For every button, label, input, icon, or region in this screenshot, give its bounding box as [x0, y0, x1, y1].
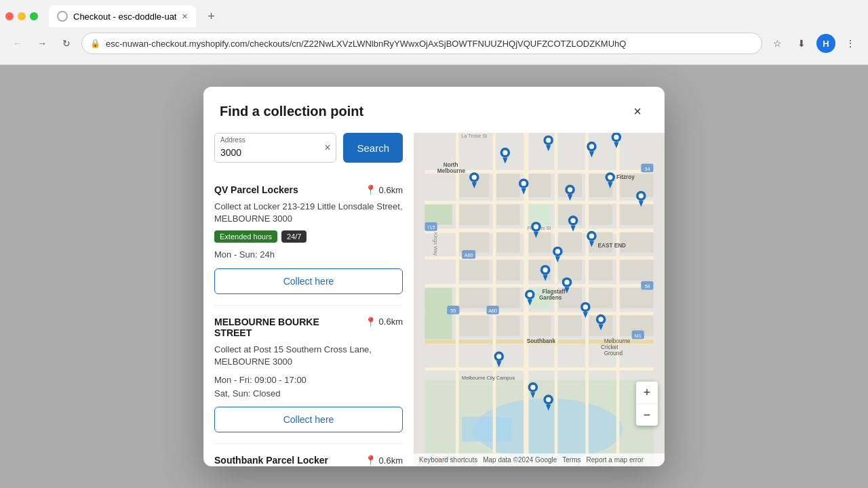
map-zoom-controls: + −	[636, 382, 658, 426]
svg-point-76	[521, 181, 526, 186]
svg-text:Melbourne: Melbourne	[437, 168, 466, 174]
report-link[interactable]: Report a map error	[587, 456, 644, 464]
pin-icon: 📍	[365, 184, 376, 195]
svg-rect-13	[493, 133, 496, 466]
modal-title: Find a collection point	[220, 104, 363, 119]
svg-rect-21	[459, 260, 489, 281]
svg-rect-16	[585, 133, 589, 466]
svg-text:Flagstaff: Flagstaff	[542, 289, 566, 295]
location-name: Southbank Parcel Locker	[214, 455, 328, 466]
map-footer: Keyboard shortcuts Map data ©2024 Google…	[414, 453, 665, 466]
collect-here-button[interactable]: Collect here	[214, 407, 403, 432]
location-name: MELBOURNE BOURKE STREET	[214, 317, 350, 338]
profile-button[interactable]: H	[816, 34, 835, 53]
url-text: esc-nuwan-checkout.myshopify.com/checkou…	[106, 39, 626, 49]
clear-address-button[interactable]: ×	[324, 142, 330, 154]
more-options-button[interactable]: ⋮	[841, 34, 860, 53]
browser-chrome: Checkout - esc-doddle-uat ✕ + ← → ↻ 🔒 es…	[0, 0, 868, 65]
modal-body: Address 3000 × Search QV Parcel Lockers …	[203, 133, 665, 466]
svg-rect-30	[529, 174, 551, 197]
address-label: Address	[220, 136, 245, 144]
svg-point-103	[564, 280, 569, 285]
list-item: Southbank Parcel Locker 📍 0.6km Collect …	[214, 444, 403, 466]
svg-point-67	[589, 144, 594, 148]
location-list: QV Parcel Lockers 📍 0.6km Collect at Loc…	[203, 174, 414, 466]
lock-icon: 🔒	[90, 39, 100, 48]
location-hours: Mon - Fri: 09:00 - 17:00Sat, Sun: Closed	[214, 373, 403, 400]
svg-text:Melbourne City Campus: Melbourne City Campus	[462, 375, 515, 381]
address-input-wrap[interactable]: Address 3000 ×	[214, 133, 336, 163]
svg-rect-43	[589, 205, 613, 225]
svg-rect-46	[589, 288, 613, 308]
svg-point-121	[546, 397, 551, 402]
svg-point-79	[568, 187, 572, 192]
svg-rect-31	[529, 205, 551, 225]
svg-text:M1: M1	[635, 333, 642, 339]
svg-point-82	[608, 175, 612, 180]
new-tab-button[interactable]: +	[201, 7, 220, 26]
maximize-window-button[interactable]	[30, 12, 38, 20]
svg-point-94	[589, 234, 594, 239]
pin-icon: 📍	[365, 317, 376, 327]
svg-rect-19	[459, 205, 489, 225]
svg-rect-25	[496, 205, 520, 225]
left-panel: Address 3000 × Search QV Parcel Lockers …	[203, 133, 414, 466]
svg-text:Kings Way: Kings Way	[433, 232, 439, 256]
location-distance: 📍 0.6km	[365, 455, 403, 466]
svg-rect-24	[496, 174, 520, 197]
location-address: Collect at Post 15 Southern Cross Lane, …	[214, 344, 403, 368]
svg-text:La Trobe St: La Trobe St	[462, 133, 488, 139]
svg-point-88	[534, 224, 538, 229]
bookmark-button[interactable]: ☆	[768, 34, 787, 53]
svg-rect-39	[558, 260, 582, 281]
extended-hours-badge: Extended hours	[214, 230, 277, 243]
collect-here-button[interactable]: Collect here	[214, 268, 403, 294]
location-distance: 📍 0.6km	[365, 317, 403, 327]
address-bar[interactable]: 🔒 esc-nuwan-checkout.myshopify.com/check…	[81, 33, 762, 54]
tab-favicon	[57, 11, 68, 22]
svg-rect-41	[558, 316, 582, 336]
modal-header: Find a collection point ×	[203, 87, 665, 133]
zoom-in-button[interactable]: +	[636, 382, 658, 403]
modal-close-button[interactable]: ×	[627, 100, 648, 122]
svg-point-64	[546, 138, 551, 142]
svg-rect-17	[616, 133, 620, 466]
pin-icon: 📍	[365, 455, 376, 466]
search-button[interactable]: Search	[343, 133, 403, 163]
svg-point-73	[472, 175, 477, 180]
zoom-out-button[interactable]: −	[636, 404, 658, 426]
active-tab[interactable]: Checkout - esc-doddle-uat ✕	[49, 5, 196, 27]
keyboard-shortcuts-link[interactable]: Keyboard shortcuts	[419, 456, 477, 464]
svg-rect-12	[456, 133, 459, 466]
svg-text:Cricket: Cricket	[601, 344, 618, 350]
map-data-text: Map data ©2024 Google	[483, 456, 557, 464]
tab-title: Checkout - esc-doddle-uat	[73, 12, 176, 22]
address-input[interactable]: 3000	[220, 147, 324, 158]
svg-rect-28	[496, 288, 520, 308]
svg-rect-45	[589, 260, 613, 281]
svg-text:A60: A60	[488, 308, 497, 314]
minimize-window-button[interactable]	[18, 12, 26, 20]
svg-text:715: 715	[427, 224, 435, 230]
back-button[interactable]: ←	[8, 34, 27, 53]
close-window-button[interactable]	[5, 12, 14, 20]
list-item: MELBOURNE BOURKE STREET 📍 0.6km Collect …	[214, 306, 403, 444]
svg-text:A60: A60	[465, 252, 473, 258]
svg-point-61	[502, 150, 507, 155]
distance-text: 0.6km	[379, 455, 403, 466]
svg-point-100	[542, 268, 547, 272]
svg-rect-35	[529, 316, 551, 336]
map-container[interactable]: Flinders St Kings Way La Trobe St	[414, 133, 665, 466]
svg-text:EAST END: EAST END	[598, 243, 626, 249]
forward-button[interactable]: →	[33, 34, 52, 53]
location-badges: Extended hours 24/7	[214, 230, 403, 243]
terms-link[interactable]: Terms	[562, 456, 580, 464]
location-header: MELBOURNE BOURKE STREET 📍 0.6km	[214, 317, 403, 338]
nav-bar: ← → ↻ 🔒 esc-nuwan-checkout.myshopify.com…	[0, 27, 868, 60]
tab-close-button[interactable]: ✕	[182, 12, 188, 21]
download-button[interactable]: ⬇	[792, 34, 811, 53]
refresh-button[interactable]: ↻	[57, 34, 76, 53]
svg-text:34: 34	[644, 166, 650, 172]
twentyfour-seven-badge: 24/7	[281, 230, 307, 243]
svg-point-97	[555, 249, 560, 253]
